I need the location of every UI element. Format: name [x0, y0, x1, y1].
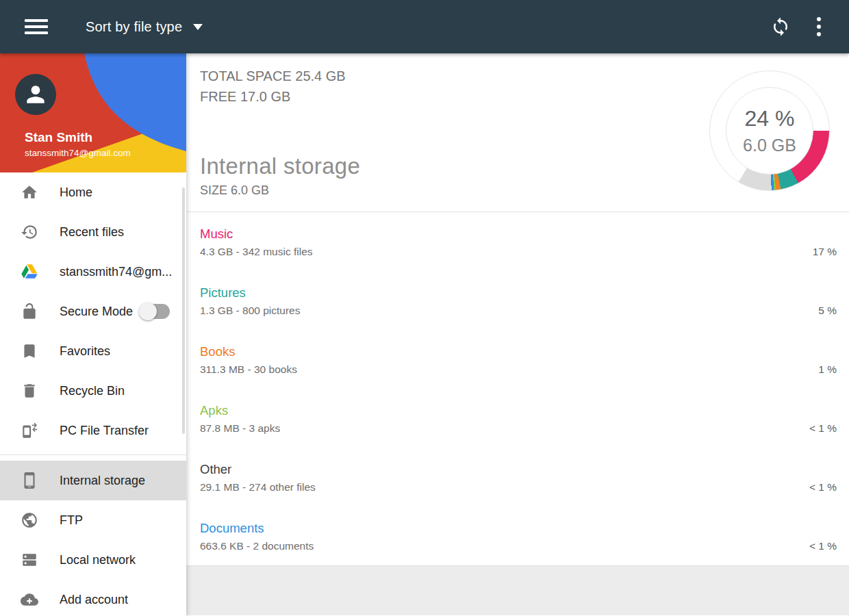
- file-type-row-apks[interactable]: Apks 87.8 MB - 3 apks < 1 %: [186, 389, 849, 448]
- toggle-thumb: [139, 303, 157, 320]
- file-type-name: Pictures: [200, 285, 837, 300]
- sync-refresh-icon: [770, 16, 791, 37]
- profile-name: Stan Smith: [25, 130, 92, 145]
- file-type-percent: < 1 %: [809, 540, 837, 552]
- sidebar-item-add-account[interactable]: Add account: [0, 580, 186, 616]
- cloud-plus-icon: [21, 591, 38, 608]
- lock-open-icon: [21, 303, 38, 320]
- bookmark-icon: [21, 342, 38, 360]
- sidebar-item-favorites[interactable]: Favorites: [0, 331, 186, 371]
- sort-dropdown[interactable]: Sort by file type: [86, 19, 203, 35]
- server-icon: [21, 551, 38, 569]
- phone-transfer-icon: [21, 422, 38, 439]
- history-icon: [21, 223, 38, 241]
- donut-center: 24 % 6.0 GB: [726, 87, 813, 175]
- refresh-button[interactable]: [764, 10, 797, 43]
- storage-summary-card: TOTAL SPACE 25.4 GB FREE 17.0 GB Interna…: [186, 53, 849, 212]
- nav-divider: [0, 454, 186, 455]
- profile-email: stanssmith74@gmail.com: [25, 148, 131, 158]
- sidebar-item-recycle-bin[interactable]: Recycle Bin: [0, 371, 186, 411]
- file-type-details: 29.1 MB - 274 other files: [200, 481, 837, 493]
- content-footer: [186, 565, 849, 615]
- file-type-name: Books: [200, 344, 837, 359]
- file-type-list: Music 4.3 GB - 342 music files 17 % Pict…: [186, 212, 849, 565]
- file-type-name: Other: [200, 462, 837, 477]
- file-type-details: 311.3 MB - 30 books: [200, 363, 837, 376]
- sidebar-item-pc-file-transfer[interactable]: PC File Transfer: [0, 411, 186, 450]
- avatar[interactable]: [15, 74, 56, 115]
- donut-size-label: 6.0 GB: [743, 136, 796, 155]
- storage-panel: TOTAL SPACE 25.4 GB FREE 17.0 GB Interna…: [186, 53, 849, 616]
- file-type-name: Documents: [200, 521, 837, 536]
- secure-mode-toggle[interactable]: [141, 304, 170, 319]
- free-space-label: FREE 17.0 GB: [200, 89, 290, 105]
- file-type-name: Music: [200, 227, 837, 242]
- file-type-percent: 1 %: [818, 363, 837, 376]
- sort-dropdown-label: Sort by file type: [86, 19, 182, 35]
- sidebar-item-secure-mode[interactable]: Secure Mode: [0, 292, 186, 331]
- total-space-label: TOTAL SPACE 25.4 GB: [200, 68, 346, 84]
- file-type-details: 4.3 GB - 342 music files: [200, 246, 837, 258]
- google-drive-icon: [21, 263, 38, 281]
- file-type-row-other[interactable]: Other 29.1 MB - 274 other files < 1 %: [186, 448, 849, 506]
- file-type-percent: < 1 %: [809, 422, 837, 435]
- storage-size-label: SIZE 6.0 GB: [200, 183, 269, 198]
- app-bar: Sort by file type: [0, 0, 849, 53]
- person-icon: [23, 81, 49, 107]
- hamburger-menu-icon[interactable]: [25, 19, 48, 34]
- file-type-row-music[interactable]: Music 4.3 GB - 342 music files 17 %: [186, 212, 849, 271]
- trash-icon: [21, 382, 38, 400]
- file-type-row-documents[interactable]: Documents 663.6 KB - 2 documents < 1 %: [186, 506, 849, 565]
- sidebar-item-recent-files[interactable]: Recent files: [0, 212, 186, 252]
- nav-drawer: Stan Smith stanssmith74@gmail.com Home R…: [0, 53, 186, 616]
- donut-ring: 24 % 6.0 GB: [709, 70, 830, 191]
- sidebar-item-ftp[interactable]: FTP: [0, 500, 186, 540]
- donut-percent-label: 24 %: [745, 106, 795, 131]
- smartphone-icon: [21, 472, 38, 489]
- file-type-percent: 5 %: [818, 305, 837, 317]
- file-type-details: 1.3 GB - 800 pictures: [200, 305, 837, 317]
- sidebar-scrollbar[interactable]: [182, 188, 185, 434]
- profile-header[interactable]: Stan Smith stanssmith74@gmail.com: [0, 53, 186, 172]
- sidebar-item-internal-storage[interactable]: Internal storage: [0, 461, 186, 500]
- file-type-row-pictures[interactable]: Pictures 1.3 GB - 800 pictures 5 %: [186, 271, 849, 330]
- home-icon: [21, 183, 38, 201]
- sidebar-item-local-network[interactable]: Local network: [0, 540, 186, 580]
- file-type-percent: 17 %: [813, 246, 837, 258]
- file-type-details: 663.6 KB - 2 documents: [200, 540, 837, 552]
- chevron-down-icon: [193, 24, 203, 30]
- file-type-row-books[interactable]: Books 311.3 MB - 30 books 1 %: [186, 330, 849, 389]
- file-type-percent: < 1 %: [809, 481, 837, 493]
- storage-donut-chart: 24 % 6.0 GB: [709, 70, 830, 191]
- sidebar-item-drive-account[interactable]: stanssmith74@gm...: [0, 252, 186, 292]
- overflow-menu-button[interactable]: [802, 10, 835, 43]
- more-vert-icon: [817, 16, 821, 38]
- sidebar-item-home[interactable]: Home: [0, 172, 186, 212]
- file-type-name: Apks: [200, 403, 837, 418]
- file-type-details: 87.8 MB - 3 apks: [200, 422, 837, 435]
- globe-icon: [21, 511, 38, 529]
- nav-list: Home Recent files stanssmith74@gm... Sec…: [0, 172, 186, 616]
- storage-title: Internal storage: [200, 153, 360, 179]
